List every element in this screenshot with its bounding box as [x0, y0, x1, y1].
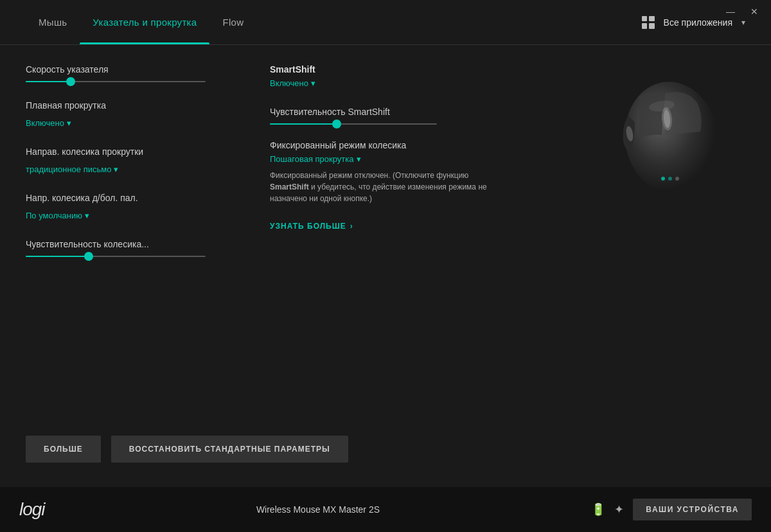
tab-flow[interactable]: Flow: [209, 0, 256, 44]
smooth-scroll-label: Плавная прокрутка: [26, 100, 244, 111]
tab-mouse[interactable]: Мышь: [26, 0, 80, 44]
main-content: Скорость указателя Плавная прокрутка Вкл…: [0, 45, 771, 436]
scroll-dir-label: Направ. колесика прокрутки: [26, 146, 244, 157]
chevron-right-icon: ›: [350, 222, 353, 231]
smooth-scroll-setting: Плавная прокрутка Включено ▾: [26, 100, 244, 129]
your-devices-button[interactable]: ВАШИ УСТРОЙСТВА: [633, 499, 752, 520]
footer-right: 🔋 ✦ ВАШИ УСТРОЙСТВА: [591, 499, 752, 520]
wheel-sensitivity-thumb[interactable]: [84, 252, 93, 261]
wheel-sensitivity-fill: [26, 256, 89, 257]
wheel-sensitivity-track[interactable]: [26, 256, 206, 257]
tab-pointer-scroll[interactable]: Указатель и прокрутка: [80, 0, 209, 44]
mouse-svg: [604, 77, 732, 199]
wheel-sensitivity-label: Чувствительность колесика...: [26, 239, 244, 249]
pointer-speed-label: Скорость указателя: [26, 64, 244, 75]
nav-tabs: Мышь Указатель и прокрутка Flow Все прил…: [0, 0, 771, 45]
pointer-speed-track[interactable]: [26, 81, 206, 82]
smartshift-label: SmartShift: [270, 64, 745, 75]
pointer-speed-fill: [26, 81, 71, 82]
scroll-dir-setting: Направ. колесика прокрутки традиционное …: [26, 146, 244, 175]
learn-more-section: УЗНАТЬ БОЛЬШЕ ›: [270, 220, 745, 231]
thumb-wheel-value[interactable]: По умолчанию ▾: [26, 211, 89, 220]
chevron-down-icon: ▾: [85, 211, 89, 220]
smartshift-sensitivity-track[interactable]: [270, 123, 437, 125]
minimize-button[interactable]: —: [722, 5, 739, 18]
device-name: Wireless Mouse MX Master 2S: [45, 504, 592, 515]
grid-icon[interactable]: [642, 16, 655, 29]
title-bar: — ✕: [713, 0, 771, 23]
pointer-speed-setting: Скорость указателя: [26, 64, 244, 82]
logi-logo: logi: [19, 499, 45, 520]
chevron-down-icon: ▾: [114, 164, 118, 174]
left-column: Скорость указателя Плавная прокрутка Вкл…: [26, 64, 244, 423]
chevron-down-icon: ▾: [67, 118, 71, 128]
smartshift-sensitivity-thumb[interactable]: [332, 120, 341, 129]
battery-icon: 🔋: [591, 502, 605, 517]
smooth-scroll-value[interactable]: Включено ▾: [26, 118, 71, 128]
svg-point-4: [661, 177, 665, 181]
scroll-dir-value[interactable]: традиционное письмо ▾: [26, 164, 118, 174]
wheel-sensitivity-setting: Чувствительность колесика...: [26, 239, 244, 257]
pointer-speed-thumb[interactable]: [66, 77, 75, 86]
more-button[interactable]: БОЛЬШЕ: [26, 436, 101, 463]
mouse-image: [604, 77, 745, 206]
bluetooth-icon: ✦: [614, 502, 624, 517]
fixed-mode-value[interactable]: Пошаговая прокрутка ▾: [270, 154, 361, 164]
bottom-buttons: БОЛЬШЕ ВОССТАНОВИТЬ СТАНДАРТНЫЕ ПАРАМЕТР…: [0, 436, 771, 463]
chevron-down-icon: ▾: [357, 154, 361, 164]
fixed-mode-description: Фиксированный режим отключен. (Отключите…: [270, 170, 488, 204]
wheel-sensitivity-slider-container: [26, 256, 244, 257]
restore-button[interactable]: ВОССТАНОВИТЬ СТАНДАРТНЫЕ ПАРАМЕТРЫ: [111, 436, 348, 463]
footer: logi Wireless Mouse MX Master 2S 🔋 ✦ ВАШ…: [0, 487, 771, 532]
thumb-wheel-label: Напр. колесика д/бол. пал.: [26, 193, 244, 203]
learn-more-link[interactable]: УЗНАТЬ БОЛЬШЕ ›: [270, 222, 353, 231]
close-button[interactable]: ✕: [747, 5, 762, 18]
smartshift-sensitivity-fill: [270, 123, 337, 125]
chevron-down-icon: ▾: [311, 78, 315, 88]
right-column: SmartShift Включено ▾ Чувствительность S…: [270, 64, 745, 423]
pointer-speed-slider-container: [26, 81, 244, 82]
smartshift-value[interactable]: Включено ▾: [270, 78, 315, 88]
thumb-wheel-setting: Напр. колесика д/бол. пал. По умолчанию …: [26, 193, 244, 221]
svg-point-5: [668, 177, 672, 181]
svg-point-6: [675, 177, 679, 181]
